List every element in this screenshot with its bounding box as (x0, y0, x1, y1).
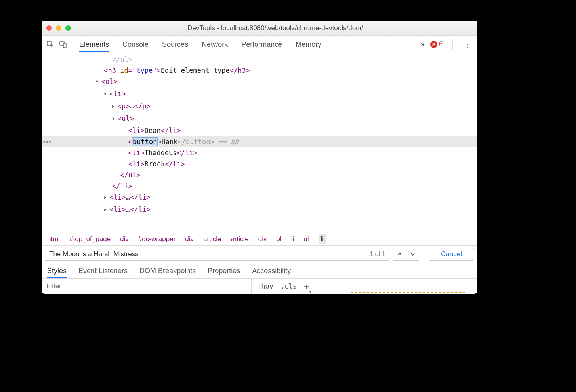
tab-dom-breakpoints[interactable]: DOM Breakpoints (139, 267, 196, 278)
devtools-window: DevTools - localhost:8080/web/tools/chro… (42, 21, 477, 294)
tab-performance[interactable]: Performance (241, 36, 282, 52)
crumb[interactable]: article (231, 235, 248, 243)
toolbar-separator (75, 39, 75, 50)
crumb[interactable]: #top_of_page (69, 235, 111, 243)
crumb[interactable]: ul (303, 235, 309, 243)
minimize-window-button[interactable] (56, 25, 61, 31)
crumb[interactable]: div (258, 235, 267, 243)
crumb-selected[interactable]: li (319, 234, 326, 244)
styles-content (315, 279, 477, 294)
error-icon: ✕ (430, 41, 437, 48)
traffic-lights (46, 25, 71, 31)
dom-breadcrumb: html #top_of_page div #gc-wrapper div ar… (42, 232, 477, 245)
editable-tag-name[interactable]: button (132, 138, 157, 146)
dom-node[interactable]: <li>…</li> (42, 192, 477, 204)
search-next-button[interactable] (406, 248, 419, 260)
toolbar-separator (452, 39, 453, 50)
dom-node[interactable]: <p>…</p> (42, 101, 477, 113)
crumb[interactable]: html (47, 235, 60, 243)
dom-node[interactable]: <ol> (42, 76, 477, 88)
dom-node[interactable]: </ul> (42, 169, 477, 181)
search-result-count: 1 of 1 (370, 251, 385, 258)
tab-accessibility[interactable]: Accessibility (252, 267, 291, 278)
new-style-rule-button[interactable]: + (304, 282, 309, 291)
tab-properties[interactable]: Properties (208, 267, 240, 278)
main-toolbar: Elements Console Sources Network Perform… (42, 36, 477, 53)
styles-tabs: Styles Event Listeners DOM Breakpoints P… (42, 263, 477, 279)
search-prev-button[interactable] (393, 248, 406, 260)
crumb[interactable]: li (291, 235, 294, 243)
tab-sources[interactable]: Sources (162, 36, 188, 52)
dom-node[interactable]: </li> (42, 181, 477, 192)
close-window-button[interactable] (46, 25, 52, 31)
window-title: DevTools - localhost:8080/web/tools/chro… (78, 24, 473, 32)
elements-dom-tree[interactable]: </ul> <h3 id="type">Edit element type</h… (42, 53, 477, 232)
svg-rect-2 (63, 43, 66, 48)
crumb[interactable]: div (185, 235, 194, 243)
tab-memory[interactable]: Memory (296, 36, 321, 52)
toggle-cls-button[interactable]: .cls (280, 282, 297, 290)
dom-node[interactable]: </ul> (42, 54, 477, 65)
dom-node[interactable]: <li>Thaddeus</li> (42, 147, 477, 158)
inspect-element-icon[interactable] (46, 40, 55, 49)
styles-filter-wrap (42, 279, 252, 294)
tab-elements[interactable]: Elements (79, 36, 109, 52)
tab-network[interactable]: Network (202, 36, 228, 52)
styles-filter-input[interactable] (46, 282, 247, 291)
tab-console[interactable]: Console (122, 36, 149, 52)
panel-tabs: Elements Console Sources Network Perform… (79, 36, 421, 52)
crumb[interactable]: ol (277, 235, 282, 243)
dom-node[interactable]: <li> (42, 88, 477, 101)
selection-gutter-icon: ••• (42, 136, 47, 147)
overflow-tabs-button[interactable]: » (421, 40, 425, 48)
search-nav (393, 248, 419, 261)
search-input[interactable] (48, 250, 366, 259)
error-count: 6 (439, 40, 443, 48)
dom-node-selected[interactable]: ••• <button>Hank</button> == $0 (42, 136, 477, 147)
search-cancel-button[interactable]: Cancel (429, 248, 474, 261)
crumb[interactable]: #gc-wrapper (138, 235, 176, 243)
search-bar: 1 of 1 Cancel (42, 245, 477, 263)
style-rule-outline (351, 292, 465, 294)
dom-node[interactable]: <li>Brock</li> (42, 158, 477, 169)
dom-node[interactable]: <li>Dean</li> (42, 125, 477, 136)
tab-styles[interactable]: Styles (47, 267, 67, 278)
styles-tools: :hov .cls + (252, 279, 315, 294)
settings-menu-icon[interactable]: ⋮ (462, 40, 473, 49)
zoom-window-button[interactable] (65, 25, 71, 31)
dom-node[interactable]: <ul> (42, 113, 477, 125)
toolbar-right: » ✕ 6 ⋮ (421, 39, 473, 50)
search-input-wrap: 1 of 1 (45, 248, 389, 261)
dom-node[interactable]: <li>…</li> (42, 204, 477, 216)
titlebar: DevTools - localhost:8080/web/tools/chro… (42, 21, 477, 36)
device-toolbar-icon[interactable] (58, 40, 68, 49)
crumb[interactable]: div (120, 235, 129, 243)
crumb[interactable]: article (203, 235, 221, 243)
tab-event-listeners[interactable]: Event Listeners (78, 267, 128, 278)
dom-node[interactable]: <h3 id="type">Edit element type</h3> (42, 65, 477, 76)
toggle-hov-button[interactable]: :hov (257, 282, 273, 290)
styles-pane: :hov .cls + (42, 279, 477, 294)
error-indicator[interactable]: ✕ 6 (430, 40, 443, 48)
